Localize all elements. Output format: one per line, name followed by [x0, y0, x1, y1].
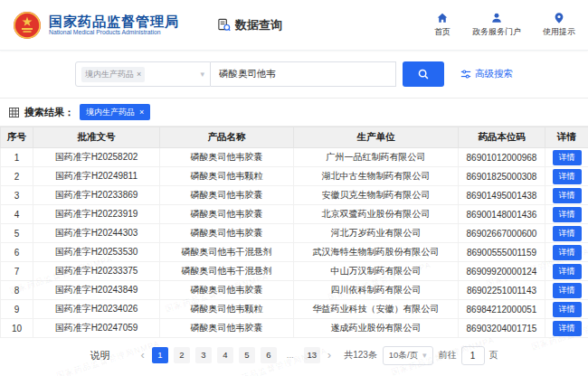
nav-item-home[interactable]: 首页 [434, 12, 450, 38]
page-button-13[interactable]: 13 [304, 347, 320, 363]
advanced-search-label: 高级搜索 [475, 68, 513, 80]
table-row: 2 国药准字H20249811 磷酸奥司他韦颗粒 湖北中古生物制药有限公司 86… [1, 167, 588, 186]
cell-approval: 国药准字H20258202 [33, 148, 160, 167]
cell-approval: 国药准字H20244303 [33, 224, 160, 243]
cell-manufacturer: 广州一品红制药有限公司 [294, 148, 459, 167]
col-header-code: 药品本位码 [459, 127, 545, 148]
cell-approval: 国药准字H20249811 [33, 167, 160, 186]
table-row: 3 国药准字H20233869 磷酸奥司他韦胶囊 安徽贝克生物制药有限公司 86… [1, 186, 588, 205]
page-button-6[interactable]: 6 [261, 347, 277, 363]
page-button-2[interactable]: 2 [174, 347, 190, 363]
filter-tag-label: 境内生产药品 [86, 107, 135, 118]
cell-product: 磷酸奥司他韦颗粒 [160, 300, 294, 319]
cell-manufacturer: 遂成药业股份有限公司 [294, 319, 459, 338]
cell-product: 磷酸奥司他韦干混悬剂 [160, 262, 294, 281]
cell-approval: 国药准字H20253530 [33, 243, 160, 262]
cell-product: 磷酸奥司他韦颗粒 [160, 167, 294, 186]
cell-manufacturer: 中山万汉制药有限公司 [294, 262, 459, 281]
national-emblem-logo [13, 11, 42, 40]
advanced-search-link[interactable]: 高级搜索 [460, 68, 513, 80]
cell-product: 磷酸奥司他韦胶囊 [160, 319, 294, 338]
cell-code: 86900555001159 [459, 243, 545, 262]
detail-button[interactable]: 详情 [553, 150, 582, 165]
cell-code: 86901012000968 [459, 148, 545, 167]
goto-suffix: 页 [489, 349, 498, 362]
search-button[interactable] [403, 61, 444, 87]
goto-page: 前往 页 [439, 346, 498, 365]
org-title-block: 国家药品监督管理局 National Medical Products Admi… [49, 14, 179, 36]
detail-button[interactable]: 详情 [553, 283, 582, 298]
results-bar: 搜索结果： 境内生产药品 × [0, 98, 588, 127]
detail-button[interactable]: 详情 [553, 188, 582, 203]
nav-item-tips[interactable]: 使用提示 [543, 12, 575, 38]
chevron-down-icon: ▾ [200, 70, 204, 79]
filter-tag-close-icon[interactable]: × [139, 108, 144, 117]
next-page-icon[interactable]: › [326, 347, 333, 363]
cell-approval: 国药准字H20233869 [33, 186, 160, 205]
detail-button[interactable]: 详情 [553, 207, 582, 222]
cell-product: 磷酸奥司他韦胶囊 [160, 186, 294, 205]
cell-approval: 国药准字H20243849 [33, 281, 160, 300]
cell-code: 86909920000124 [459, 262, 545, 281]
detail-button[interactable]: 详情 [553, 245, 582, 260]
cell-manufacturer: 四川依科制药有限公司 [294, 281, 459, 300]
table-row: 1 国药准字H20258202 磷酸奥司他韦胶囊 广州一品红制药有限公司 869… [1, 148, 588, 167]
page-button-1[interactable]: 1 [152, 347, 168, 363]
cell-code: 86903204001715 [459, 319, 545, 338]
cell-product: 磷酸奥司他韦胶囊 [160, 224, 294, 243]
cell-detail: 详情 [545, 167, 588, 186]
prev-page-icon[interactable]: ‹ [138, 347, 146, 363]
cell-approval: 国药准字H20234026 [33, 300, 160, 319]
home-icon [436, 12, 449, 24]
detail-button[interactable]: 详情 [553, 169, 582, 184]
app-title-label: 数据查询 [235, 17, 282, 33]
cell-no: 5 [1, 224, 33, 243]
cell-no: 10 [1, 319, 33, 338]
cell-detail: 详情 [545, 186, 588, 205]
detail-button[interactable]: 详情 [553, 226, 582, 241]
cell-code: 86902667000600 [459, 224, 545, 243]
table-row: 10 国药准字H20247059 磷酸奥司他韦胶囊 遂成药业股份有限公司 869… [1, 319, 588, 338]
cell-no: 4 [1, 205, 33, 224]
page-button-4[interactable]: 4 [217, 347, 233, 363]
table-row: 6 国药准字H20253530 磷酸奥司他韦干混悬剂 武汉海特生物制药股份有限公… [1, 243, 588, 262]
goto-prefix: 前往 [439, 349, 457, 362]
more-pages-icon[interactable]: ... [282, 347, 299, 363]
cell-manufacturer: 武汉海特生物制药股份有限公司 [294, 243, 459, 262]
cell-code: 86984212000051 [459, 300, 545, 319]
cell-no: 9 [1, 300, 33, 319]
note-link[interactable]: 说明 [90, 349, 109, 362]
cell-detail: 详情 [545, 262, 588, 281]
cell-approval: 国药准字H20223919 [33, 205, 160, 224]
total-count: 共123条 [344, 349, 377, 362]
page-size-select[interactable]: 10条/页 ▾ [383, 346, 433, 365]
user-icon [490, 12, 503, 24]
app-title: 数据查询 [217, 17, 282, 33]
cell-detail: 详情 [545, 243, 588, 262]
cell-approval: 国药准字H20247059 [33, 319, 160, 338]
category-tag-close-icon[interactable]: × [137, 70, 141, 79]
page-button-3[interactable]: 3 [195, 347, 212, 363]
search-section: 境内生产药品 × ▾ 高级搜索 [0, 51, 588, 98]
cell-code: 86902251001143 [459, 281, 545, 300]
cell-detail: 详情 [545, 148, 588, 167]
page-button-5[interactable]: 5 [239, 347, 255, 363]
nav-item-portal[interactable]: 政务服务门户 [472, 12, 521, 38]
cell-no: 2 [1, 167, 33, 186]
cell-no: 3 [1, 186, 33, 205]
goto-page-input[interactable] [461, 346, 485, 365]
cell-code: 86901825000308 [459, 167, 545, 186]
detail-button[interactable]: 详情 [553, 321, 582, 336]
cell-manufacturer: 河北万岁药业有限公司 [294, 224, 459, 243]
table-row: 7 国药准字H20233375 磷酸奥司他韦干混悬剂 中山万汉制药有限公司 86… [1, 262, 588, 281]
search-input[interactable] [211, 61, 396, 87]
detail-button[interactable]: 详情 [553, 302, 582, 317]
category-select[interactable]: 境内生产药品 × ▾ [75, 61, 211, 87]
cell-no: 7 [1, 262, 33, 281]
org-name-en: National Medical Products Administration [49, 29, 179, 36]
cell-approval: 国药准字H20233375 [33, 262, 160, 281]
detail-button[interactable]: 详情 [553, 264, 582, 279]
cell-detail: 详情 [545, 205, 588, 224]
data-query-page: 国家药品监督管理局 National Medical Products Admi… [0, 0, 588, 376]
cell-manufacturer: 湖北中古生物制药有限公司 [294, 167, 459, 186]
